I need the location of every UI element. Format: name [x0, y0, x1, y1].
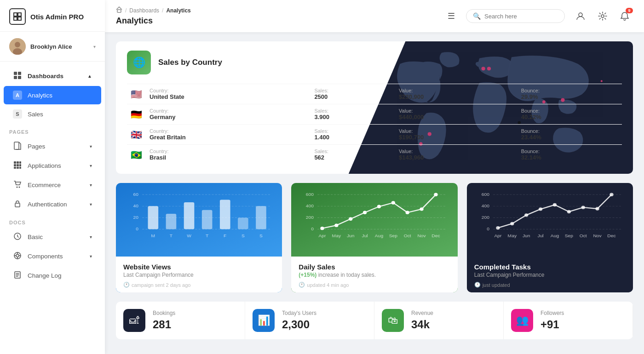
charts-row: 60 40 20 0 M T: [116, 183, 633, 292]
changelog-icon: [13, 271, 22, 280]
svg-text:Nov: Nov: [593, 234, 601, 238]
stat-icon: 🛍: [382, 309, 404, 332]
stat-value: +91: [540, 318, 625, 331]
user-profile-button[interactable]: [572, 8, 589, 24]
ecommerce-label: Ecommerce: [28, 182, 61, 188]
components-icon: [13, 251, 22, 261]
table-row: 🇬🇧 Country: Great Britain Sales: 1.400 V…: [127, 125, 622, 145]
applications-chevron: ▾: [90, 163, 92, 168]
daily-sales-footer: 🕐 updated 4 min ago: [299, 282, 450, 288]
svg-text:Aug: Aug: [550, 234, 558, 238]
svg-point-69: [321, 227, 324, 230]
hamburger-button[interactable]: ☰: [444, 9, 459, 23]
svg-point-98: [539, 207, 542, 211]
sidebar-user[interactable]: Brooklyn Alice ▾: [0, 32, 105, 62]
header: / Dashboards / Analytics Analytics ☰ 🔍: [105, 0, 644, 32]
settings-button[interactable]: [594, 8, 611, 24]
value-cell: Value: $190,700: [395, 125, 518, 145]
completed-tasks-info: Completed Tasks Last Campaign Performanc…: [467, 257, 633, 292]
breadcrumb: / Dashboards / Analytics: [116, 6, 437, 14]
svg-rect-16: [17, 164, 19, 166]
svg-point-102: [595, 207, 599, 210]
country-cell: Country: Brasil: [146, 145, 310, 165]
chevron-down-icon: ▾: [93, 44, 96, 49]
page-title: Analytics: [116, 16, 437, 26]
clock-icon: 🕐: [123, 282, 130, 288]
sidebar-item-applications[interactable]: Applications ▾: [4, 156, 101, 175]
flag-cell: 🇧🇷: [127, 145, 146, 165]
svg-text:May: May: [507, 234, 517, 238]
daily-sales-chart-area: 600 400 200 0: [291, 183, 457, 257]
notification-button[interactable]: 9: [616, 8, 633, 24]
daily-sales-card: 600 400 200 0: [291, 183, 457, 292]
svg-point-70: [335, 223, 339, 227]
sidebar-item-components[interactable]: Components ▾: [4, 247, 101, 266]
table-row: 🇧🇷 Country: Brasil Sales: 562 Value: $14…: [127, 145, 622, 165]
breadcrumb-sep-2: /: [162, 7, 163, 14]
sidebar-item-changelog[interactable]: Change Log: [4, 266, 101, 285]
sidebar-item-authentication[interactable]: Authentication ▾: [4, 195, 101, 214]
stat-content: Today's Users 2,300: [282, 302, 374, 339]
sales-label: Sales: [28, 111, 43, 118]
content-area: 🌐 Sales by Country 🇺🇸 Country: United St…: [105, 32, 644, 354]
header-icons: 9: [572, 8, 633, 24]
svg-text:Dec: Dec: [607, 234, 615, 238]
completed-tasks-title: Completed Tasks: [474, 263, 626, 271]
bounce-cell: Bounce: 40.22%: [518, 104, 622, 125]
stat-icon-cell: 🛍: [374, 302, 411, 339]
sales-country-title: Sales by Country: [158, 58, 222, 67]
website-views-subtitle: Last Campaign Performance: [123, 272, 275, 278]
svg-point-30: [601, 15, 604, 17]
svg-rect-47: [148, 206, 159, 229]
stat-value: 281: [153, 318, 237, 331]
svg-rect-10: [18, 76, 21, 79]
svg-point-21: [17, 187, 18, 188]
sales-by-country-card: 🌐 Sales by Country 🇺🇸 Country: United St…: [116, 41, 633, 174]
table-row: 🇩🇪 Country: Germany Sales: 3.900 Value: …: [127, 104, 622, 125]
stat-label: Followers: [540, 310, 625, 316]
svg-text:200: 200: [306, 215, 314, 220]
sidebar-item-analytics[interactable]: A Analytics: [4, 86, 101, 104]
svg-text:0: 0: [136, 227, 138, 231]
website-views-chart-area: 60 40 20 0 M T: [116, 183, 282, 257]
basic-chevron: ▾: [90, 234, 92, 240]
stat-content: Bookings 281: [153, 302, 245, 339]
pages-chevron: ▾: [90, 144, 92, 149]
daily-sales-subtitle: (+15%) increase in today sales.: [299, 272, 450, 278]
changelog-label: Change Log: [28, 272, 62, 279]
svg-text:200: 200: [481, 215, 489, 220]
sales-cell: Sales: 3.900: [310, 104, 395, 125]
sidebar-item-sales[interactable]: S Sales: [4, 105, 101, 123]
components-chevron: ▾: [90, 254, 92, 259]
sidebar-item-basic[interactable]: Basic ▾: [4, 228, 101, 246]
breadcrumb-dashboards[interactable]: Dashboards: [129, 7, 159, 14]
completed-tasks-card: 600 400 200 0 Apr: [467, 183, 633, 292]
docs-section-label: DOCS: [0, 214, 105, 227]
bounce-cell: Bounce: 23.44%: [518, 125, 622, 145]
svg-text:Jul: Jul: [537, 234, 543, 238]
svg-point-77: [434, 193, 438, 196]
value-cell: Value: $230,900: [395, 84, 518, 104]
svg-text:20: 20: [133, 215, 138, 220]
search-input[interactable]: [484, 13, 558, 20]
sidebar-item-pages[interactable]: Pages ▾: [4, 137, 101, 156]
svg-rect-15: [14, 164, 16, 166]
stat-value: 34k: [411, 318, 496, 331]
svg-rect-23: [15, 203, 20, 207]
flag-cell: 🇺🇸: [127, 84, 146, 104]
svg-point-72: [363, 211, 367, 214]
stat-value: 2,300: [282, 318, 367, 331]
sidebar-item-dashboards[interactable]: Dashboards ▲: [4, 67, 101, 86]
svg-rect-7: [14, 72, 17, 75]
authentication-icon: [13, 200, 22, 209]
sidebar-item-ecommerce[interactable]: Ecommerce ▾: [4, 176, 101, 194]
svg-text:Jul: Jul: [362, 234, 368, 238]
search-icon: 🔍: [473, 12, 481, 20]
sales-letter: S: [13, 109, 22, 119]
home-icon: [116, 6, 122, 14]
svg-text:600: 600: [481, 192, 489, 197]
pages-section-label: PAGES: [0, 124, 105, 137]
ecommerce-icon: [13, 180, 22, 190]
svg-point-29: [579, 13, 582, 17]
website-views-title: Website Views: [123, 263, 275, 271]
